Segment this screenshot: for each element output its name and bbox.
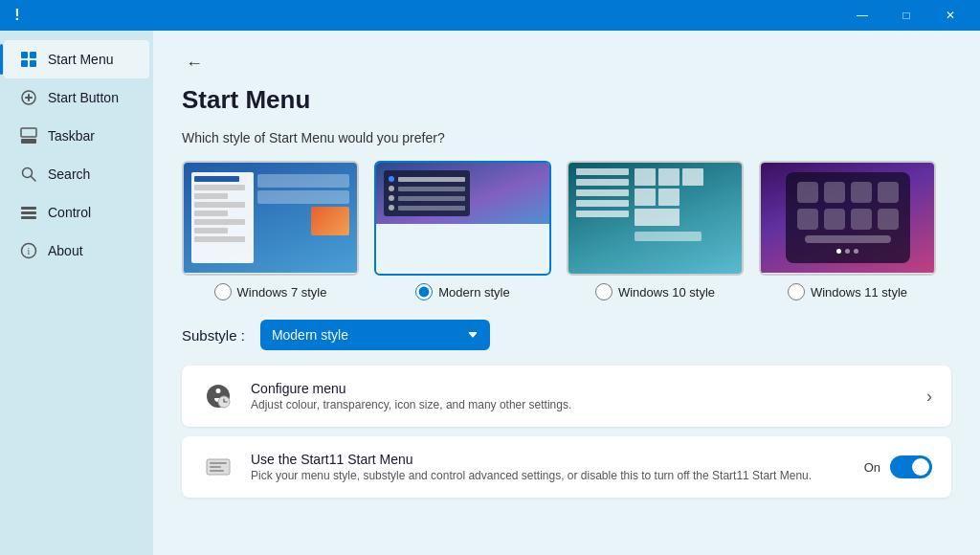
toggle-thumb (912, 458, 929, 476)
configure-menu-text: Configure menu Adjust colour, transparen… (251, 381, 911, 411)
content-area: ← Start Menu Which style of Start Menu w… (153, 31, 980, 555)
configure-menu-desc: Adjust colour, transparency, icon size, … (251, 398, 911, 411)
radio-row-win11: Windows 11 style (788, 283, 907, 300)
use-start11-title: Use the Start11 Start Menu (251, 452, 849, 467)
radio-win7[interactable] (214, 283, 232, 300)
svg-rect-11 (21, 207, 36, 210)
control-icon (19, 203, 38, 222)
titlebar: ! — □ ✕ (0, 0, 980, 31)
chevron-right-icon: › (926, 387, 932, 407)
start-menu-icon (19, 50, 38, 69)
svg-rect-18 (210, 462, 227, 464)
radio-modern[interactable] (415, 283, 433, 300)
sidebar-label-start-menu: Start Menu (48, 52, 113, 67)
style-cards-row: Windows 7 style (182, 161, 951, 300)
svg-rect-2 (21, 60, 28, 67)
style-card-win10[interactable] (567, 161, 744, 276)
style-card-wrap-win7: Windows 7 style (182, 161, 359, 300)
svg-rect-13 (21, 216, 36, 219)
radio-win10[interactable] (595, 283, 612, 300)
sidebar-label-control: Control (48, 205, 91, 220)
style-card-wrap-win11: Windows 11 style (759, 161, 936, 300)
substyle-select[interactable]: Modern style Classic style Enhanced styl… (260, 320, 490, 350)
sidebar-item-search[interactable]: Search (4, 155, 149, 193)
svg-rect-8 (21, 128, 36, 137)
use-start11-text: Use the Start11 Start Menu Pick your men… (251, 452, 849, 482)
about-icon: i (19, 241, 38, 260)
svg-text:i: i (28, 246, 31, 256)
window-controls: — □ ✕ (840, 0, 972, 31)
svg-rect-20 (210, 470, 224, 472)
style-card-wrap-modern: Modern style (374, 161, 551, 300)
app-icon: ! (8, 6, 27, 25)
page-title: Start Menu (182, 85, 951, 115)
maximize-button[interactable]: □ (884, 0, 928, 31)
sidebar-item-about[interactable]: i About (4, 232, 149, 270)
use-start11-card: Use the Start11 Start Menu Pick your men… (182, 436, 951, 498)
radio-label-win11: Windows 11 style (811, 285, 907, 300)
substyle-row: Substyle : Modern style Classic style En… (182, 320, 951, 350)
configure-menu-card[interactable]: Configure menu Adjust colour, transparen… (182, 366, 951, 427)
sidebar-label-start-button: Start Button (48, 90, 119, 105)
svg-rect-0 (21, 52, 28, 58)
taskbar-icon (19, 126, 38, 145)
radio-label-win7: Windows 7 style (237, 285, 327, 300)
svg-rect-12 (21, 211, 36, 214)
svg-rect-19 (210, 466, 221, 468)
close-button[interactable]: ✕ (928, 0, 972, 31)
svg-rect-7 (21, 139, 36, 144)
svg-rect-1 (30, 52, 36, 58)
use-start11-action: On (864, 455, 932, 478)
start11-toggle[interactable] (890, 455, 932, 478)
radio-row-modern: Modern style (415, 283, 509, 300)
style-card-win11[interactable] (759, 161, 936, 276)
search-icon (19, 165, 38, 184)
app-container: Start Menu Start Button Taskbar (0, 31, 980, 555)
radio-row-win10: Windows 10 style (595, 283, 715, 300)
radio-label-modern: Modern style (438, 285, 509, 300)
sidebar-item-control[interactable]: Control (4, 193, 149, 232)
substyle-label: Substyle : (182, 327, 245, 344)
sidebar-item-start-button[interactable]: Start Button (4, 78, 149, 117)
style-card-wrap-win10: Windows 10 style (567, 161, 744, 300)
sidebar-label-search: Search (48, 166, 90, 182)
svg-line-10 (32, 177, 36, 182)
use-start11-desc: Pick your menu style, substyle and contr… (251, 469, 849, 482)
sidebar-item-taskbar[interactable]: Taskbar (4, 117, 149, 155)
start11-icon (201, 450, 235, 484)
svg-rect-6 (28, 94, 30, 101)
minimize-button[interactable]: — (840, 0, 884, 31)
radio-label-win10: Windows 10 style (618, 285, 715, 300)
configure-menu-title: Configure menu (251, 381, 911, 396)
sidebar-label-about: About (48, 243, 83, 258)
radio-row-win7: Windows 7 style (214, 283, 327, 300)
svg-rect-3 (30, 60, 36, 67)
sidebar: Start Menu Start Button Taskbar (0, 31, 153, 555)
configure-menu-icon (201, 379, 235, 413)
radio-win11[interactable] (788, 283, 805, 300)
back-button[interactable]: ← (182, 50, 207, 78)
subtitle-text: Which style of Start Menu would you pref… (182, 130, 951, 145)
sidebar-item-start-menu[interactable]: Start Menu (4, 40, 149, 78)
sidebar-label-taskbar: Taskbar (48, 128, 95, 144)
configure-menu-action: › (926, 387, 932, 407)
toggle-on-label: On (864, 460, 880, 475)
style-card-modern[interactable] (374, 161, 551, 276)
style-card-win7[interactable] (182, 161, 359, 276)
start-button-icon (19, 88, 38, 107)
